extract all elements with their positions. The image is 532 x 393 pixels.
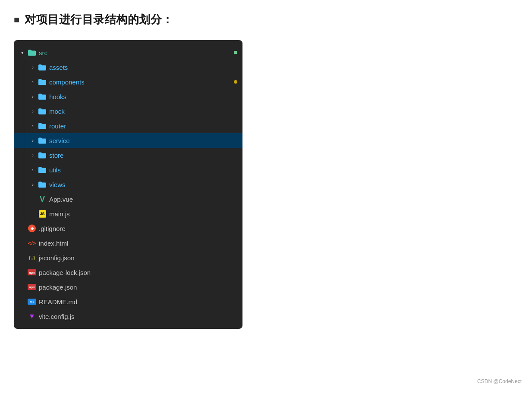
tree-item-hooks[interactable]: › hooks xyxy=(14,89,242,104)
folder-icon xyxy=(38,152,47,159)
folder-icon xyxy=(28,49,36,56)
folder-icon xyxy=(38,166,47,173)
tree-item-store[interactable]: › store xyxy=(14,148,242,162)
tree-item-vite-config[interactable]: ▼vite.config.js xyxy=(14,309,242,324)
item-label: views xyxy=(49,181,66,188)
item-label: main.js xyxy=(49,210,70,218)
item-label: service xyxy=(49,137,70,144)
chevron-icon: › xyxy=(29,166,36,173)
item-label: package.json xyxy=(39,284,77,291)
git-file-icon: ◆ xyxy=(28,224,36,233)
js-file-icon: JS xyxy=(38,209,47,218)
json-file-icon: {..} xyxy=(28,253,36,262)
tree-item-views[interactable]: › views xyxy=(14,177,242,192)
chevron-icon: › xyxy=(29,64,36,71)
chevron-icon: › xyxy=(29,78,36,85)
item-label: index.html xyxy=(39,240,68,247)
md-file-icon: M↓ xyxy=(28,297,36,306)
chevron-icon: ▾ xyxy=(19,49,26,56)
tree-item-package-lock-json[interactable]: npmpackage-lock.json xyxy=(14,265,242,280)
npm-icon: npm xyxy=(28,269,36,275)
json-icon: {..} xyxy=(29,255,35,260)
tree-item-assets[interactable]: › assets xyxy=(14,60,242,75)
html-icon: </> xyxy=(28,240,36,246)
dot-indicator xyxy=(234,80,237,84)
npm-file-icon: npm xyxy=(28,268,36,277)
chevron-icon: › xyxy=(29,137,36,144)
item-label: README.md xyxy=(39,298,77,306)
chevron-icon: › xyxy=(29,181,36,188)
item-label: store xyxy=(49,152,63,159)
item-label: src xyxy=(39,49,47,56)
folder-icon xyxy=(38,78,47,85)
md-icon: M↓ xyxy=(28,299,36,305)
folder-icon xyxy=(38,137,47,144)
tree-item-components[interactable]: › components xyxy=(14,75,242,89)
page-title: ■ 对项目进行目录结构的划分： xyxy=(0,0,532,36)
html-file-icon: </> xyxy=(28,239,36,247)
item-label: jsconfig.json xyxy=(39,254,75,262)
item-label: package-lock.json xyxy=(39,269,91,276)
chevron-icon: › xyxy=(29,108,36,115)
item-label: utils xyxy=(49,166,61,174)
chevron-icon: › xyxy=(29,93,36,100)
tree-item-router[interactable]: › router xyxy=(14,119,242,133)
folder-icon xyxy=(38,108,47,115)
vue-file-icon: V xyxy=(38,195,47,203)
git-icon: ◆ xyxy=(28,225,36,232)
tree-item-src[interactable]: ▾ src xyxy=(14,45,242,60)
item-label: mock xyxy=(49,108,65,115)
tree-item-jsconfig-json[interactable]: {..}jsconfig.json xyxy=(14,250,242,265)
file-tree-container: ▾ src› assets› components› hooks› mock› … xyxy=(14,40,242,329)
item-label: assets xyxy=(49,64,68,71)
vue-icon: V xyxy=(40,195,45,204)
watermark: CSDN @CodeNect xyxy=(477,378,522,384)
dot-indicator xyxy=(234,51,237,54)
chevron-icon: › xyxy=(29,152,36,159)
tree-item-utils[interactable]: › utils xyxy=(14,162,242,177)
item-label: hooks xyxy=(49,93,66,100)
npm-icon: npm xyxy=(28,284,36,290)
title-bullet: ■ xyxy=(14,14,19,25)
item-label: router xyxy=(49,122,66,130)
folder-icon xyxy=(38,122,47,129)
item-label: .gitignore xyxy=(39,225,66,232)
tree-item-gitignore[interactable]: ◆.gitignore xyxy=(14,221,242,236)
tree-item-readme-md[interactable]: M↓README.md xyxy=(14,294,242,309)
tree-item-service[interactable]: › service xyxy=(14,133,242,148)
chevron-icon: › xyxy=(29,122,36,129)
tree-item-index-html[interactable]: </>index.html xyxy=(14,236,242,250)
item-label: vite.config.js xyxy=(39,313,75,320)
folder-icon xyxy=(38,181,47,188)
tree-item-package-json[interactable]: npmpackage.json xyxy=(14,280,242,294)
title-text: 对项目进行目录结构的划分： xyxy=(25,12,173,27)
tree-item-app-vue[interactable]: VApp.vue xyxy=(14,192,242,206)
item-label: App.vue xyxy=(49,196,73,203)
tree-item-mock[interactable]: › mock xyxy=(14,104,242,119)
js-icon: JS xyxy=(39,210,46,218)
folder-icon xyxy=(38,64,47,71)
folder-icon xyxy=(38,93,47,100)
tree-item-main-js[interactable]: JSmain.js xyxy=(14,206,242,221)
vite-file-icon: ▼ xyxy=(28,312,36,321)
item-label: components xyxy=(49,78,85,86)
npm-file-icon: npm xyxy=(28,283,36,291)
vite-icon: ▼ xyxy=(28,312,35,320)
